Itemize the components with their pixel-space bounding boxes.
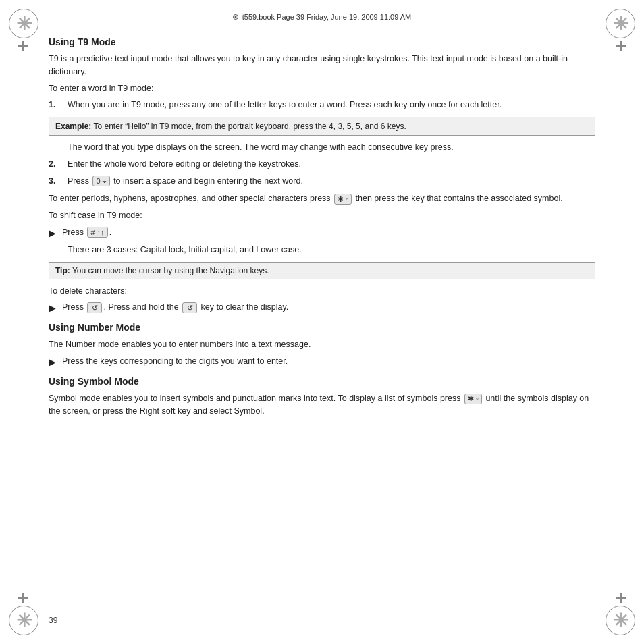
bullet-press-delete: ▶ Press ↺. Press and hold the ↺ key to c… — [49, 301, 595, 315]
key-star-btn: ✱ ◦ — [334, 194, 352, 205]
t9-intro: T9 is a predictive text input mode that … — [49, 53, 595, 78]
t9-step-1: 1. When you are in T9 mode, press any on… — [49, 99, 595, 111]
bullet-number-mode: ▶ Press the keys corresponding to the di… — [49, 355, 595, 369]
example-label: Example: — [55, 122, 91, 131]
crosshair-tr — [616, 41, 626, 51]
t9-steps-list-2: 2. Enter the whole word before editing o… — [49, 158, 595, 188]
number-mode-intro: The Number mode enables you to enter num… — [49, 338, 595, 351]
corner-decoration-bl: ✳ — [3, 600, 44, 641]
section-title-symbol: Using Symbol Mode — [49, 376, 595, 387]
bullet-number-text: Press the keys corresponding to the digi… — [62, 355, 288, 368]
special-chars-text1: To enter periods, hyphens, apostrophes, … — [49, 194, 333, 203]
shift-cases-description: There are 3 cases: Capital lock, Initial… — [68, 244, 595, 257]
page-number: 39 — [49, 616, 57, 625]
t9-step2-intro: The word that you type displays on the s… — [68, 141, 595, 154]
crosshair-tl — [18, 41, 28, 51]
tip-text: You can move the cursor by using the Nav… — [72, 266, 269, 275]
t9-steps-list: 1. When you are in T9 mode, press any on… — [49, 99, 595, 111]
special-chars-text2: then press the key that contains the ass… — [356, 194, 563, 203]
section-title-t9: Using T9 Mode — [49, 36, 595, 47]
header-text: t559.book Page 39 Friday, June 19, 2009 … — [242, 13, 412, 21]
main-content: Using T9 Mode T9 is a predictive text in… — [49, 34, 595, 610]
crosshair-bl — [18, 593, 28, 603]
corner-decoration-tl: ✳ — [3, 3, 44, 44]
example-text: To enter “Hello” in T9 mode, from the po… — [93, 122, 406, 131]
corner-decoration-tr: ✳ — [600, 3, 641, 44]
step-1-text: When you are in T9 mode, press any one o… — [68, 99, 502, 111]
key-back-hold-btn: ↺ — [182, 302, 197, 313]
shift-case-label: To shift case in T9 mode: — [49, 209, 595, 222]
step-2-number: 2. — [49, 158, 62, 171]
t9-step-3: 3. Press 0 ÷ to insert a space and begin… — [49, 175, 595, 188]
tip-box: Tip: You can move the cursor by using th… — [49, 262, 595, 279]
header-bar: t559.book Page 39 Friday, June 19, 2009 … — [47, 9, 597, 24]
bullet-press-shift: ▶ Press # ↑↑. — [49, 226, 595, 240]
symbol-mode-intro: Symbol mode enables you to insert symbol… — [49, 392, 595, 418]
corner-decoration-br: ✳ — [600, 600, 641, 641]
special-chars-para: To enter periods, hyphens, apostrophes, … — [49, 192, 595, 205]
delete-label: To delete characters: — [49, 285, 595, 298]
example-box: Example: To enter “Hello” in T9 mode, fr… — [49, 117, 595, 136]
bullet-delete-arrow-icon: ▶ — [49, 301, 58, 315]
key-back-btn: ↺ — [87, 302, 102, 313]
tip-label: Tip: — [55, 266, 70, 275]
step-3-number: 3. — [49, 175, 62, 188]
bullet-number-arrow-icon: ▶ — [49, 355, 58, 369]
symbol-intro1: Symbol mode enables you to insert symbol… — [49, 394, 460, 403]
crosshair-br — [616, 593, 626, 603]
step-2-text: Enter the whole word before editing or d… — [68, 158, 301, 171]
key-0-btn: 0 ÷ — [92, 176, 109, 186]
step-1-number: 1. — [49, 99, 62, 111]
section-title-number: Using Number Mode — [49, 322, 595, 333]
t9-step-2: 2. Enter the whole word before editing o… — [49, 158, 595, 171]
header-dot-icon — [233, 14, 238, 20]
bullet-shift-text: Press # ↑↑. — [62, 226, 111, 239]
step-3-text: Press 0 ÷ to insert a space and begin en… — [68, 175, 303, 188]
bullet-delete-text: Press ↺. Press and hold the ↺ key to cle… — [62, 301, 288, 314]
key-shift-btn: # ↑↑ — [87, 227, 107, 238]
t9-enter-word-label: To enter a word in T9 mode: — [49, 82, 595, 95]
bullet-arrow-icon: ▶ — [49, 226, 58, 240]
key-symbol-btn: ✱ ◦ — [464, 394, 482, 404]
